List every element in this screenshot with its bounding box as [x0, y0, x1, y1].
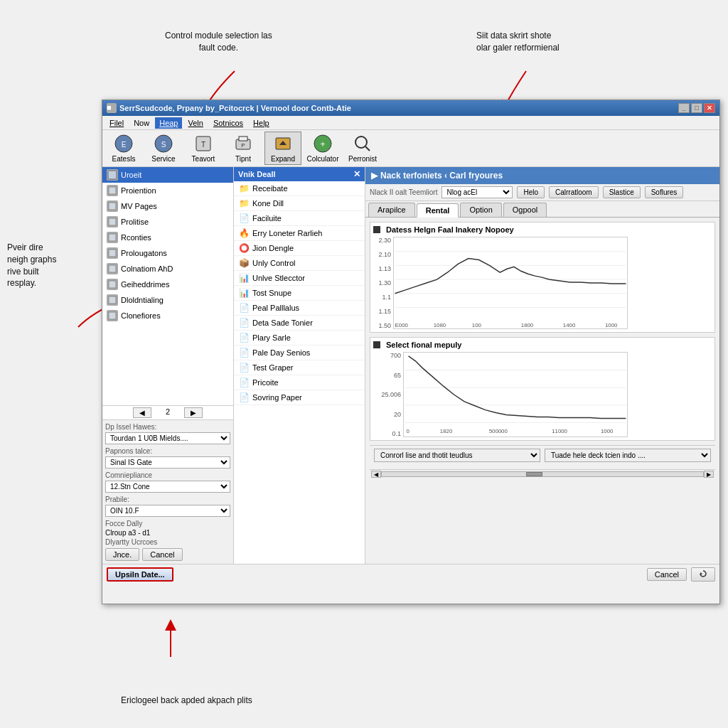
help-btn[interactable]: Helo [517, 186, 545, 198]
sidebar-item-prolougatons[interactable]: Prolougatons [102, 245, 233, 261]
scroll-left-btn[interactable]: ◀ [371, 471, 381, 478]
maximize-button[interactable]: □ [691, 103, 702, 113]
menu-heap[interactable]: Heap [155, 117, 182, 129]
sidebar-item-prolitise[interactable]: Prolitise [102, 214, 233, 230]
scroll-right-btn[interactable]: ▶ [704, 471, 714, 478]
tab-rental[interactable]: Rental [417, 203, 459, 218]
colnatiom-icon [107, 263, 118, 274]
window-icon: ■ [107, 103, 117, 113]
compliance-select[interactable]: 12.Stn Cone [105, 481, 230, 493]
cancel-btn[interactable]: Cancel [647, 568, 687, 581]
chart2-title-icon [373, 341, 380, 348]
sidebar-cancel-btn[interactable]: Cancel [142, 548, 182, 561]
annotation-top-right: Siit data skrirt shote olar galer retfor… [476, 30, 560, 54]
protocol-select[interactable]: Sinal IS Gate [105, 456, 230, 469]
svg-text:500000: 500000 [489, 428, 508, 434]
minimize-button[interactable]: _ [678, 103, 690, 113]
sidebar-item-geiheddrimes[interactable]: Geiheddrimes [102, 277, 233, 292]
jion-icon: ⭕ [238, 242, 250, 254]
sidebar-item-mv-pages[interactable]: MV Pages [102, 198, 233, 214]
middle-item-sovring[interactable]: 📄 Sovring Paper [234, 390, 365, 405]
calibration-btn[interactable]: Calrratloom [549, 186, 599, 198]
sidebar-bottom: Dp Issel Hawes: Tourdan 1 U0B Mields....… [102, 419, 233, 564]
middle-item-deta[interactable]: 📄 Deta Sade Tonier [234, 316, 365, 331]
sidebar-forward-btn[interactable]: ▶ [184, 407, 203, 418]
middle-item-unlve[interactable]: 📊 Unlve Stlecctor [234, 271, 365, 286]
compliance-label: Comniepliance [105, 471, 230, 479]
middle-item-kone-dill[interactable]: 📁 Kone Dill [234, 196, 365, 211]
middle-item-unly[interactable]: 📦 Unly Control [234, 256, 365, 271]
sidebar-item-uroeit[interactable]: Uroeit [102, 167, 233, 183]
scroll-thumb[interactable] [526, 472, 542, 476]
svg-text:E000: E000 [395, 322, 409, 328]
tab-option[interactable]: Option [460, 203, 501, 217]
annotation-arrow-bottom [156, 621, 199, 664]
bottom-dropdown2[interactable]: Tuade hele deck tcien indo .... [545, 449, 711, 462]
sidebar-item-colnatiom[interactable]: Colnatiom AhD [102, 261, 233, 277]
plary-icon: 📄 [238, 332, 250, 343]
svg-text:1000: 1000 [605, 322, 618, 328]
scroll-track[interactable] [381, 471, 704, 477]
middle-item-peal[interactable]: 📄 Peal Palllalus [234, 301, 365, 316]
service-label: Service [151, 155, 175, 163]
device-select[interactable]: Tourdan 1 U0B Mields.... [105, 432, 230, 444]
sidebar-item-rconties[interactable]: Rconties [102, 230, 233, 245]
menu-sotnicos[interactable]: Sotnicos [209, 117, 247, 129]
middle-item-receibate[interactable]: 📁 Receibate [234, 181, 365, 196]
svg-rect-21 [109, 265, 116, 272]
sidebar-nav: ◀ 2 ▶ [102, 405, 233, 419]
annotation-bottom: Ericlogeel back apded akpach plits [121, 695, 252, 707]
sidebar-item-clonefiores[interactable]: Clonefiores [102, 308, 233, 323]
calculator-icon: + [313, 134, 333, 154]
clonefiores-icon [107, 310, 118, 321]
eatesls-label: Eatesls [112, 155, 136, 163]
middle-close-btn[interactable]: ✕ [353, 169, 360, 179]
tab-arapilce[interactable]: Arapilce [368, 203, 415, 217]
tipnt-icon: P [233, 134, 253, 154]
menu-help[interactable]: Help [249, 117, 274, 129]
sidebar-more-btn[interactable]: Jnce. [105, 548, 139, 561]
toolbar-calculator[interactable]: + Colculator [304, 132, 341, 165]
charts-bottom-bar: Conrorl lise and thotit teudlus Tuade he… [370, 445, 715, 465]
toolbar-expand[interactable]: Expand [264, 132, 301, 165]
svg-rect-18 [109, 218, 116, 225]
toolbar-service[interactable]: S Service [145, 132, 182, 165]
sidebar-item-dloldntialing[interactable]: Dloldntialing [102, 292, 233, 308]
proiention-icon [107, 185, 118, 196]
middle-item-tost[interactable]: 📊 Tost Snupe [234, 286, 365, 301]
middle-item-pricoite[interactable]: 📄 Pricoite [234, 375, 365, 390]
middle-header: Vnik Deall ✕ [234, 167, 365, 181]
menu-veln[interactable]: Veln [183, 117, 207, 129]
tab-ogpool[interactable]: Ogpool [503, 203, 547, 217]
middle-item-test[interactable]: 📄 Test Graper [234, 360, 365, 375]
profile-select[interactable]: OIN 10.F [105, 505, 230, 517]
middle-item-pale[interactable]: 📄 Pale Day Senios [234, 346, 365, 360]
service-icon: S [154, 134, 173, 154]
reset-btn[interactable] [691, 567, 715, 582]
unlve-icon: 📊 [238, 272, 250, 284]
analog-select[interactable]: Nlog acEl [441, 186, 513, 198]
middle-item-erry[interactable]: 🔥 Erry Loneter Rarlieh [234, 226, 365, 241]
sidebar-back-btn[interactable]: ◀ [133, 407, 151, 418]
sidebar-item-proiention[interactable]: Proiention [102, 183, 233, 198]
menu-filel[interactable]: Filel [105, 117, 128, 129]
toolbar-perronist[interactable]: Perronist [344, 132, 381, 165]
dynamic-label: Dlyartty Ucrcoes [105, 538, 230, 546]
faciluite-icon: 📄 [238, 213, 250, 224]
right-scrollbar[interactable]: ◀ ▶ [370, 469, 715, 478]
middle-item-jion[interactable]: ⭕ Jion Dengle [234, 241, 365, 256]
bottom-dropdown1[interactable]: Conrorl lise and thotit teudlus [374, 449, 540, 462]
close-button[interactable]: ✕ [704, 103, 715, 113]
chart1-svg: E000 1080 100 1800 1400 1000 [393, 237, 628, 329]
software-btn[interactable]: Soflures [645, 186, 684, 198]
toolbar-eatesls[interactable]: E Eatesls [105, 132, 142, 165]
status-btn[interactable]: Slastice [603, 186, 641, 198]
middle-item-plary[interactable]: 📄 Plary Sarle [234, 331, 365, 346]
svg-text:S: S [161, 141, 166, 149]
annotation-top-left: Control module selection las fault code. [165, 30, 272, 54]
menu-now[interactable]: Now [129, 117, 154, 129]
middle-item-faciluite[interactable]: 📄 Faciluite [234, 211, 365, 226]
update-btn[interactable]: Upsiln Date... [107, 567, 173, 582]
toolbar-tipnt[interactable]: P Tipnt [225, 132, 262, 165]
toolbar-teavort[interactable]: T Teavort [185, 132, 222, 165]
